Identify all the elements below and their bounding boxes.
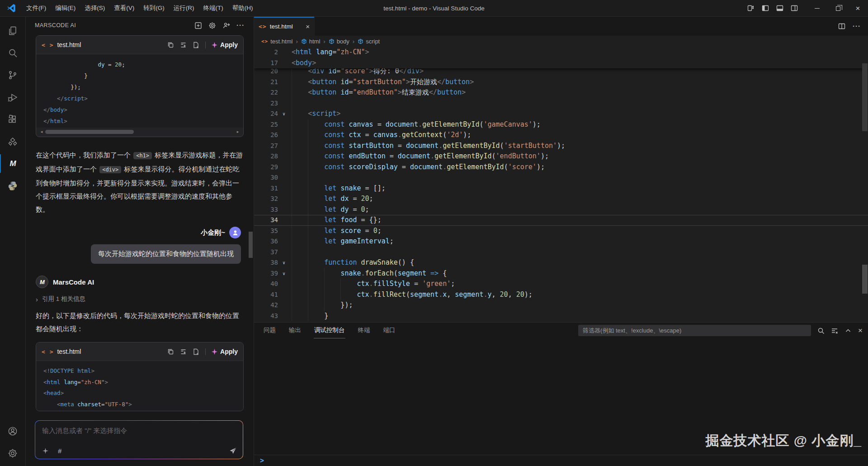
maximize-panel-icon[interactable] xyxy=(844,327,852,334)
code-line: 42 }); xyxy=(254,300,868,311)
new-file-icon[interactable] xyxy=(193,348,199,355)
new-file-icon[interactable] xyxy=(193,42,199,48)
new-chat-icon[interactable] xyxy=(194,22,202,29)
code-card-body: dy = 20; } }); </script></body></html> xyxy=(36,54,243,128)
minimize-button[interactable] xyxy=(807,0,827,17)
chat-input-box[interactable]: 输入消息或者 "/" 来选择指令 # xyxy=(35,420,243,459)
title-bar: 文件(F)编辑(E)选择(S)查看(V)转到(G)运行(R)终端(T)帮助(H)… xyxy=(0,0,868,17)
context-hash-icon[interactable]: # xyxy=(58,447,61,455)
activity-python[interactable] xyxy=(0,175,26,197)
account-button[interactable] xyxy=(0,420,26,442)
fold-spacer xyxy=(278,162,290,173)
line-number: 25 xyxy=(254,119,278,130)
insert-code-icon[interactable] xyxy=(180,348,187,355)
menu-item[interactable]: 编辑(E) xyxy=(51,2,80,14)
code-line: 43 } xyxy=(254,311,868,322)
split-editor-icon[interactable] xyxy=(838,23,845,30)
breadcrumb-item[interactable]: <>test.html xyxy=(261,38,292,45)
commands-sparkle-icon[interactable] xyxy=(42,447,49,454)
apply-button[interactable]: Apply xyxy=(212,348,238,355)
fold-spacer xyxy=(278,204,290,215)
chevron-right-icon: › xyxy=(36,295,38,303)
horizontal-scrollbar[interactable]: ◂ ▸ xyxy=(39,129,241,134)
code-line: dy = 20; xyxy=(42,59,243,70)
indent-guide xyxy=(292,300,292,311)
sidebar-header: MARSCODE AI ··· xyxy=(26,17,254,34)
tab-close-icon[interactable]: × xyxy=(306,23,310,30)
indent-guide xyxy=(292,204,292,215)
share-account-icon[interactable] xyxy=(222,22,230,29)
prompt-chevron-icon: > xyxy=(260,456,264,465)
close-button[interactable]: × xyxy=(848,0,868,17)
fold-chevron-icon[interactable]: ∨ xyxy=(278,268,290,279)
copy-icon[interactable] xyxy=(167,42,174,48)
clear-filter-icon[interactable] xyxy=(831,327,838,334)
menu-item[interactable]: 查看(V) xyxy=(109,2,139,14)
menu-item[interactable]: 运行(R) xyxy=(169,2,199,14)
panel-tab[interactable]: 终端 xyxy=(358,323,371,338)
activity-extensions[interactable] xyxy=(0,108,26,130)
editor-tab-bar: <> test.html × ··· xyxy=(254,17,868,36)
activity-extension-knot[interactable] xyxy=(0,130,26,152)
line-number: 29 xyxy=(254,162,278,173)
copy-icon[interactable] xyxy=(167,348,174,355)
editor-scrollbar[interactable] xyxy=(862,63,868,131)
reference-toggle[interactable]: › 引用 1 相关信息 xyxy=(36,295,244,303)
panel-tab[interactable]: 输出 xyxy=(288,323,302,338)
activity-run-debug[interactable] xyxy=(0,86,26,108)
chat-scroll-area[interactable]: < > test.html Apply xyxy=(26,34,254,413)
menu-item[interactable]: 帮助(H) xyxy=(228,2,258,14)
toggle-primary-sidebar-icon[interactable] xyxy=(762,5,769,12)
more-actions-icon[interactable]: ··· xyxy=(236,23,245,28)
search-icon[interactable] xyxy=(817,327,825,334)
fold-spacer xyxy=(278,226,290,237)
indent-guide xyxy=(308,257,308,268)
breadcrumb-item[interactable]: script xyxy=(358,38,380,45)
activity-search[interactable] xyxy=(0,42,26,64)
fold-spacer xyxy=(278,47,290,58)
debug-console-input[interactable]: > xyxy=(254,455,868,466)
fold-spacer xyxy=(278,87,290,98)
python-icon xyxy=(7,181,18,191)
restore-button[interactable] xyxy=(827,0,848,17)
menu-item[interactable]: 转到(G) xyxy=(139,2,169,14)
close-panel-icon[interactable]: × xyxy=(858,327,863,334)
apply-button[interactable]: Apply xyxy=(212,41,238,48)
panel-tab[interactable]: 问题 xyxy=(263,323,276,338)
toggle-panel-icon[interactable] xyxy=(776,5,783,12)
customize-layout-icon[interactable] xyxy=(747,5,755,12)
tab-test-html[interactable]: <> test.html × xyxy=(254,17,315,36)
scroll-left-icon[interactable]: ◂ xyxy=(39,129,44,134)
indent-guide xyxy=(292,247,292,258)
menu-item[interactable]: 选择(S) xyxy=(80,2,109,14)
filter-input[interactable]: 筛选器(例如 text、!exclude、\escape) xyxy=(578,325,811,336)
send-button[interactable] xyxy=(229,447,237,455)
person-icon xyxy=(232,229,239,236)
scrollbar-thumb[interactable] xyxy=(45,130,134,134)
menu-item[interactable]: 终端(T) xyxy=(199,2,228,14)
code-line: 26 const ctx = canvas.getContext('2d'); xyxy=(254,130,868,141)
scroll-right-icon[interactable]: ▸ xyxy=(235,129,241,134)
breadcrumb-item[interactable]: html xyxy=(301,38,321,45)
gear-icon[interactable] xyxy=(208,22,216,29)
more-actions-icon[interactable]: ··· xyxy=(853,24,861,29)
breadcrumb-item[interactable]: body xyxy=(329,38,349,45)
activity-explorer[interactable] xyxy=(0,19,26,42)
fold-chevron-icon[interactable]: ∨ xyxy=(278,109,290,119)
settings-button[interactable] xyxy=(0,442,26,464)
sidebar-title: MARSCODE AI xyxy=(35,22,76,29)
panel-tab[interactable]: 端口 xyxy=(383,323,396,338)
insert-code-icon[interactable] xyxy=(180,42,187,48)
activity-marscode-ai[interactable]: M xyxy=(0,152,26,175)
toggle-secondary-sidebar-icon[interactable] xyxy=(791,5,798,12)
sparkle-icon xyxy=(212,42,217,48)
code-editor[interactable]: 20 <div id="score">得分: 0</div>21 <button… xyxy=(254,47,868,322)
panel-tab[interactable]: 调试控制台 xyxy=(314,323,345,338)
code-card-filename: test.html xyxy=(57,41,81,48)
activity-source-control[interactable] xyxy=(0,64,26,86)
vscode-window: 文件(F)编辑(E)选择(S)查看(V)转到(G)运行(R)终端(T)帮助(H)… xyxy=(0,0,868,466)
sidebar-scrollbar[interactable] xyxy=(249,232,253,258)
code-line: 35 let score = 0; xyxy=(254,226,868,237)
fold-chevron-icon[interactable]: ∨ xyxy=(278,257,290,268)
menu-item[interactable]: 文件(F) xyxy=(22,2,51,14)
